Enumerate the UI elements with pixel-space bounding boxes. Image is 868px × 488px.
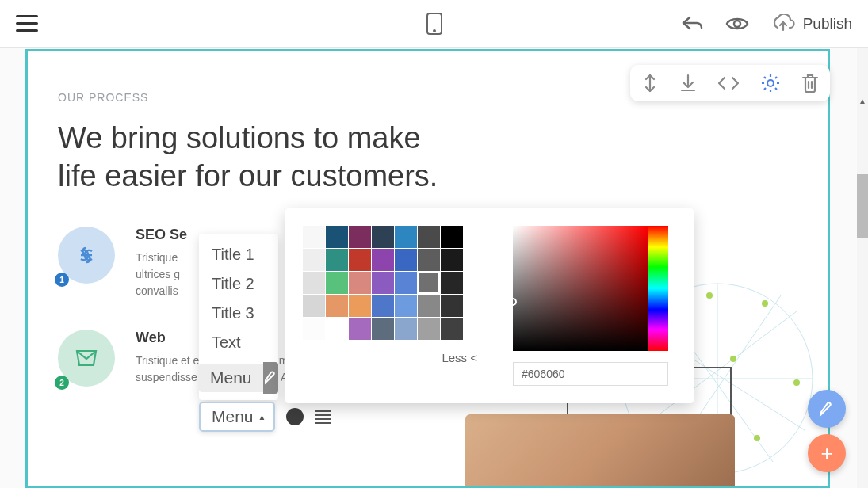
color-swatch[interactable] [441,272,463,294]
settings-gear-icon[interactable] [760,73,781,93]
color-swatch[interactable] [372,295,394,317]
color-swatch[interactable] [326,226,348,248]
scrollbar-up-arrow[interactable]: ▲ [858,97,866,105]
color-swatch[interactable] [303,318,325,340]
color-swatch[interactable] [372,318,394,340]
color-swatch[interactable] [303,272,325,294]
text-style-title2[interactable]: Title 2 [199,269,278,299]
menu-button-preview[interactable]: Menu [199,364,263,392]
color-swatch[interactable] [395,318,417,340]
color-swatch[interactable] [441,295,463,317]
color-swatch[interactable] [326,272,348,294]
color-swatch[interactable] [326,295,348,317]
color-swatch[interactable] [395,272,417,294]
svg-point-18 [767,80,774,86]
process-title: SEO Se [136,227,187,243]
color-swatch[interactable] [303,295,325,317]
color-swatch[interactable] [372,249,394,271]
delete-section-icon[interactable] [801,73,819,93]
color-picker-popover: Less < [285,208,694,403]
color-swatch[interactable] [441,318,463,340]
hue-slider[interactable] [648,226,668,351]
swatch-grid [303,226,477,340]
menu-dropdown-button[interactable]: Menu ▲ [199,402,275,432]
text-style-title1[interactable]: Title 1 [199,240,278,269]
picker-cursor[interactable] [509,298,517,306]
process-desc: Tristique ultrices g convallis [136,250,187,299]
text-style-menu: Title 1 Title 2 Title 3 Text Menu [199,234,278,400]
color-swatch[interactable] [303,249,325,271]
color-swatch[interactable] [372,226,394,248]
hamburger-menu-button[interactable] [16,15,38,32]
color-swatch[interactable] [441,249,463,271]
text-style-text[interactable]: Text [199,328,278,357]
color-swatch[interactable] [326,249,348,271]
edit-style-icon[interactable] [263,362,278,394]
menu-dropdown-label: Menu [212,407,254,426]
color-swatch[interactable] [418,249,440,271]
process-icon-seo: 1 [58,227,115,284]
svg-point-1 [434,30,435,32]
preview-eye-icon[interactable] [725,15,749,32]
process-badge: 1 [55,273,69,287]
color-swatch[interactable] [441,226,463,248]
color-swatch[interactable] [418,226,440,248]
color-swatch[interactable] [395,249,417,271]
download-section-icon[interactable] [679,74,697,93]
color-swatch[interactable] [349,318,371,340]
section-toolbar [630,65,830,101]
edit-fab[interactable] [808,390,846,428]
mobile-preview-icon[interactable] [426,12,443,36]
code-section-icon[interactable] [717,74,740,92]
color-swatch[interactable] [418,318,440,340]
color-swatch[interactable] [395,226,417,248]
color-swatch[interactable] [395,295,417,317]
color-swatch[interactable] [418,295,440,317]
top-toolbar: Publish [0,0,868,48]
color-swatch[interactable] [303,226,325,248]
less-toggle-link[interactable]: Less < [303,351,477,364]
hex-input[interactable] [513,362,668,386]
color-swatch[interactable] [326,318,348,340]
caret-up-icon: ▲ [258,413,266,421]
color-swatch[interactable] [418,272,440,294]
color-swatch[interactable] [349,272,371,294]
process-icon-web: 2 [58,330,115,387]
publish-button[interactable]: Publish [771,14,852,33]
picker-panel [495,208,694,403]
content-image [465,414,735,486]
add-fab[interactable]: + [808,434,846,472]
saturation-lightness-box[interactable] [513,226,648,351]
move-section-icon[interactable] [641,73,659,93]
color-swatch[interactable] [349,226,371,248]
text-color-swatch[interactable] [286,408,304,425]
swatch-panel: Less < [285,208,495,403]
vertical-scrollbar[interactable]: ▲ [857,48,868,488]
svg-point-16 [754,435,760,441]
svg-point-2 [734,21,740,27]
color-swatch[interactable] [349,249,371,271]
section-heading[interactable]: We bring solutions to make life easier f… [58,120,454,195]
text-style-title3[interactable]: Title 3 [199,299,278,328]
undo-icon[interactable] [681,14,703,33]
publish-label: Publish [803,15,852,32]
process-badge: 2 [55,376,69,390]
svg-point-11 [762,300,768,307]
color-swatch[interactable] [349,295,371,317]
scrollbar-thumb[interactable] [857,174,868,238]
align-lines-icon[interactable] [315,410,331,424]
color-swatch[interactable] [372,272,394,294]
